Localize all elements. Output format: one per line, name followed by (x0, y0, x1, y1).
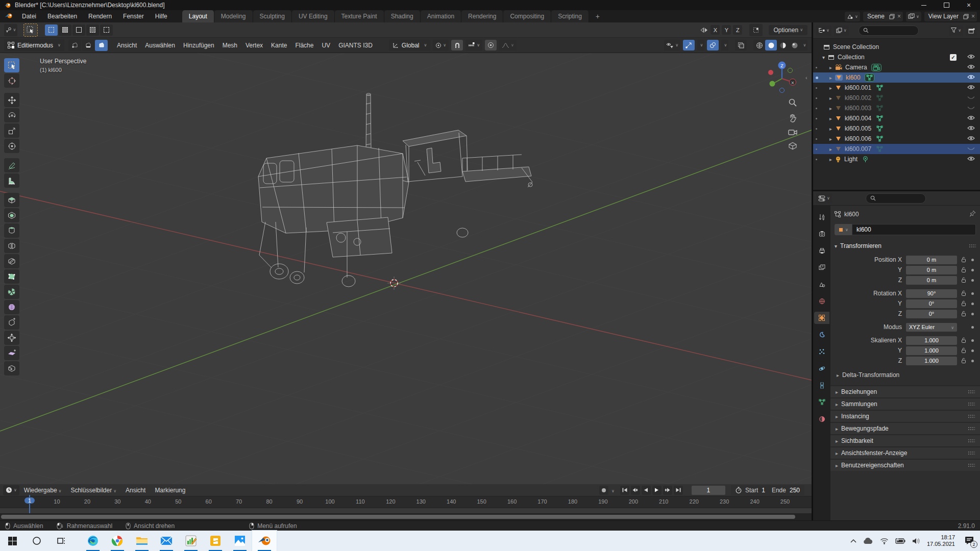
collapse-arrow-icon[interactable] (822, 54, 828, 61)
gizmo-minus-x-ball[interactable] (768, 70, 773, 75)
overlays-dropdown[interactable] (721, 40, 728, 51)
gizmo-minus-z-ball[interactable] (780, 88, 785, 93)
lock-icon[interactable] (960, 311, 968, 317)
tab-particles[interactable] (814, 345, 829, 358)
sidebar-collapse-arrow[interactable]: ‹ (805, 74, 807, 81)
drag-handle-icon[interactable] (969, 244, 976, 248)
animate-dot[interactable] (971, 259, 974, 261)
drag-handle-icon[interactable] (968, 451, 975, 455)
ruler-tick[interactable]: 170 (537, 498, 547, 505)
start-frame-field[interactable]: 1 (762, 487, 765, 494)
view-layer-browse-button[interactable] (906, 12, 921, 21)
timeline-editor-dropdown[interactable] (3, 485, 19, 495)
speaker-icon[interactable] (912, 538, 920, 544)
taskbar-explorer[interactable] (130, 531, 154, 551)
tool-poly-build[interactable] (4, 269, 19, 284)
blender-menu-icon[interactable] (0, 13, 16, 20)
jump-to-start-button[interactable] (620, 486, 629, 495)
ruler-tick[interactable]: 240 (750, 498, 759, 505)
mode-dropdown[interactable]: Editiermodus (4, 39, 64, 51)
scale-y-field[interactable]: 1.000 (906, 346, 957, 355)
rotation-z-field[interactable]: 0° (906, 310, 957, 318)
cortana-button[interactable] (24, 531, 49, 551)
expand-arrow-icon[interactable] (829, 156, 835, 163)
menu-fenster[interactable]: Fenster (117, 13, 150, 20)
unlink-scene-icon[interactable] (897, 13, 901, 20)
eye-open-icon[interactable] (967, 115, 975, 122)
mesh-data-icon[interactable] (865, 73, 874, 82)
scale-z-field[interactable]: 1.000 (906, 357, 957, 365)
ruler-tick[interactable]: 210 (659, 498, 668, 505)
animate-dot[interactable] (971, 349, 974, 352)
outliner-row-kl600-005[interactable]: kl600.005 (813, 123, 980, 134)
object-id-dropdown[interactable] (835, 224, 852, 235)
prev-keyframe-button[interactable] (631, 486, 640, 495)
mesh-data-icon[interactable] (876, 136, 883, 142)
menu-markierung[interactable]: Markierung (150, 487, 190, 494)
ortho-grid-icon[interactable] (788, 142, 797, 150)
ruler-tick[interactable]: 60 (206, 498, 212, 505)
drag-handle-icon[interactable] (968, 427, 975, 431)
eye-open-icon[interactable] (967, 54, 975, 61)
pin-icon[interactable] (969, 210, 976, 218)
tab-render[interactable] (814, 228, 829, 240)
snap-corner-button[interactable] (749, 24, 763, 36)
ruler-tick[interactable]: 140 (447, 498, 456, 505)
object-name-input[interactable]: kl600 (852, 224, 976, 235)
timeline-scrollbar-thumb[interactable] (1, 515, 795, 519)
taskbar-mail[interactable] (154, 531, 179, 551)
menu-uv[interactable]: UV (317, 42, 334, 49)
ruler-tick[interactable]: 40 (145, 498, 151, 505)
taskbar-clock[interactable]: 18:17 17.05.2021 (927, 534, 955, 547)
select-subtract-button[interactable] (72, 24, 85, 36)
tool-knife[interactable] (4, 254, 19, 268)
expand-arrow-icon[interactable] (829, 84, 835, 91)
position-x-field[interactable]: 0 m (906, 256, 957, 264)
menu-ansicht[interactable]: Ansicht (113, 42, 141, 49)
stopwatch-icon[interactable] (736, 487, 742, 493)
tab-compositing[interactable]: Compositing (503, 10, 551, 22)
menu-hinzufuegen[interactable]: Hinzufügen (179, 42, 218, 49)
panel-ansichtsfenster-anzeige[interactable]: Ansichtsfenster-Anzeige (830, 446, 980, 459)
panel-instancing[interactable]: Instancing (830, 410, 980, 422)
play-button[interactable] (652, 486, 662, 495)
tool-edge-slide[interactable] (4, 315, 19, 330)
lock-icon[interactable] (960, 290, 968, 296)
solid-shading-button[interactable] (765, 40, 777, 51)
navigation-gizmo[interactable]: Z X (765, 59, 799, 94)
menu-auswaehlen[interactable]: Auswählen (141, 42, 179, 49)
ruler-tick[interactable]: 90 (297, 498, 303, 505)
wireframe-shading-button[interactable] (753, 40, 765, 51)
tool-inset-faces[interactable] (4, 208, 19, 222)
outliner-display-mode-dropdown[interactable] (834, 26, 849, 36)
lock-icon[interactable] (960, 300, 968, 307)
select-set-button[interactable] (45, 24, 58, 36)
select-intersect-button[interactable] (100, 24, 113, 36)
ruler-tick[interactable]: 30 (114, 498, 120, 505)
viewport-3d[interactable]: User Perspective (1) kl600 Z X (0, 53, 812, 484)
select-invert-button[interactable] (86, 24, 99, 36)
gizmos-toggle[interactable] (683, 40, 695, 51)
maximize-button[interactable] (935, 0, 958, 10)
outliner-filter-dropdown[interactable] (949, 26, 963, 36)
tab-modeling[interactable]: Modeling (214, 10, 253, 22)
close-button[interactable] (958, 0, 980, 10)
proportional-edit-button[interactable] (485, 40, 497, 51)
outliner-row-kl600-007[interactable]: kl600.007 (813, 144, 980, 154)
eye-open-icon[interactable] (967, 64, 975, 71)
tab-view-layer[interactable] (814, 261, 829, 273)
ruler-tick[interactable]: 70 (236, 498, 242, 505)
lock-icon[interactable] (960, 358, 968, 364)
outliner-row-light[interactable]: Light (813, 154, 980, 164)
lock-icon[interactable] (960, 347, 968, 354)
animate-dot[interactable] (971, 303, 974, 305)
pivot-dropdown[interactable] (433, 40, 449, 51)
snap-toggle-button[interactable] (451, 40, 463, 51)
tool-bevel[interactable] (4, 223, 19, 238)
tool-move[interactable] (4, 93, 19, 107)
outliner-editor-dropdown[interactable] (816, 26, 831, 36)
edge-select-button[interactable] (82, 40, 94, 51)
tool-shrink-fatten[interactable] (4, 331, 19, 345)
eye-open-icon[interactable] (967, 135, 975, 142)
tab-tool[interactable] (814, 211, 829, 223)
